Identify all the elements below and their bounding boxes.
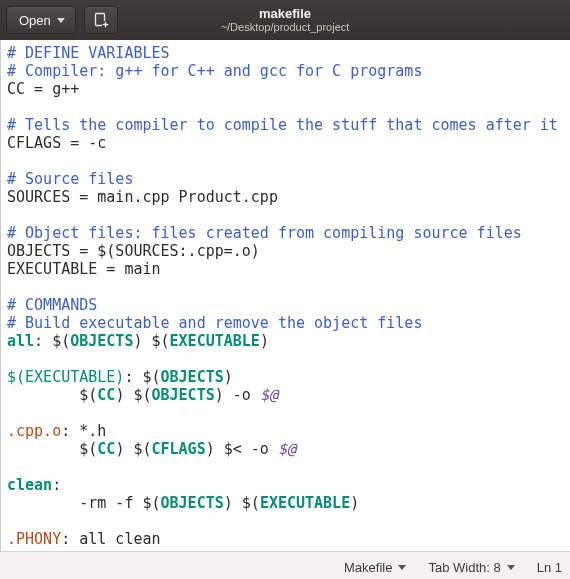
editor-line: clean:	[7, 476, 564, 494]
editor-line: # DEFINE VARIABLES	[7, 44, 564, 62]
editor-line: $(EXECUTABLE): $(OBJECTS)	[7, 368, 564, 386]
editor-line: .PHONY: all clean	[7, 530, 564, 548]
editor-line	[7, 278, 564, 296]
editor-line	[7, 152, 564, 170]
status-cursor-position-label: Ln 1	[537, 560, 562, 575]
editor-line: # COMMANDS	[7, 296, 564, 314]
editor-line	[7, 512, 564, 530]
editor-line: CFLAGS = -c	[7, 134, 564, 152]
open-button[interactable]: Open	[6, 6, 76, 34]
editor-line: .cpp.o: *.h	[7, 422, 564, 440]
chevron-down-icon	[398, 565, 406, 570]
status-tab-width[interactable]: Tab Width: 8	[428, 560, 514, 575]
chevron-down-icon	[507, 565, 515, 570]
editor-line: $(CC) $(OBJECTS) -o $@	[7, 386, 564, 404]
status-cursor-position: Ln 1	[537, 560, 562, 575]
editor-line: all: $(OBJECTS) $(EXECUTABLE)	[7, 332, 564, 350]
editor-line	[7, 458, 564, 476]
editor-line: # Build executable and remove the object…	[7, 314, 564, 332]
editor-line	[7, 350, 564, 368]
editor-line: OBJECTS = $(SOURCES:.cpp=.o)	[7, 242, 564, 260]
editor-line: CC = g++	[7, 80, 564, 98]
status-bar: Makefile Tab Width: 8 Ln 1	[0, 551, 570, 579]
editor-line: $(CC) $(CFLAGS) $< -o $@	[7, 440, 564, 458]
editor-line: # Object files: files created from compi…	[7, 224, 564, 242]
editor-line: # Source files	[7, 170, 564, 188]
status-filetype-label: Makefile	[344, 560, 392, 575]
editor-line: # Tells the compiler to compile the stuf…	[7, 116, 564, 134]
editor-line: -rm -f $(OBJECTS) $(EXECUTABLE)	[7, 494, 564, 512]
editor-line: EXECUTABLE = main	[7, 260, 564, 278]
editor-line	[7, 98, 564, 116]
status-filetype[interactable]: Makefile	[344, 560, 406, 575]
status-tab-width-label: Tab Width: 8	[428, 560, 500, 575]
open-button-label: Open	[19, 13, 51, 28]
editor-area[interactable]: # DEFINE VARIABLES# Compiler: g++ for C+…	[0, 40, 570, 551]
header-bar: Open makefile ~/Desktop/product_project	[0, 0, 570, 40]
editor-line: SOURCES = main.cpp Product.cpp	[7, 188, 564, 206]
new-document-icon	[93, 12, 109, 28]
editor-line	[7, 206, 564, 224]
editor-line: # Compiler: g++ for C++ and gcc for C pr…	[7, 62, 564, 80]
editor-line	[7, 404, 564, 422]
chevron-down-icon	[57, 18, 65, 23]
new-document-button[interactable]	[84, 6, 118, 34]
